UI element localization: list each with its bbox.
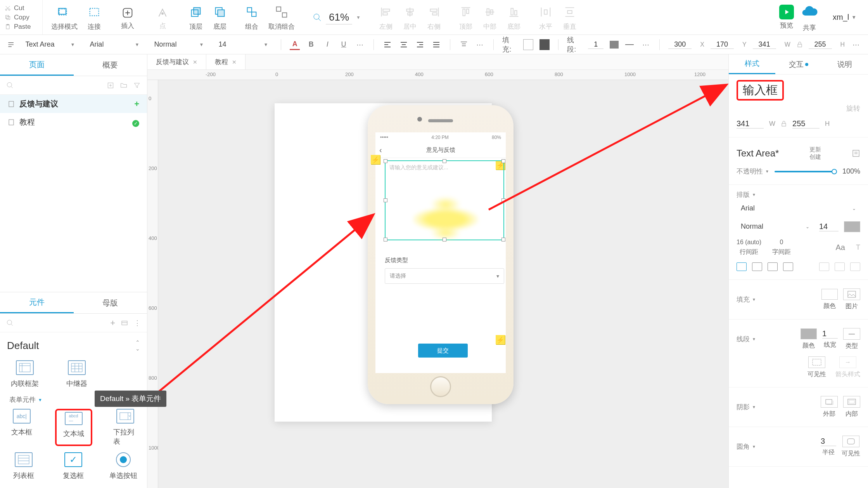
stroke-type-button[interactable]: — [843,328,860,340]
widget-checkbox[interactable]: ✓复选框 [59,452,88,480]
search-icon[interactable] [6,82,14,89]
stroke-color-swatch[interactable] [801,328,817,339]
library-select[interactable]: Default⌃⌄ [7,337,140,357]
paste-button[interactable]: Paste [5,23,42,31]
doc-tab-tutorial[interactable]: 教程✕ [206,54,246,69]
stroke-color-swatch[interactable] [610,41,618,49]
stroke-visibility[interactable] [808,356,825,368]
italic-button[interactable]: I [322,39,332,50]
style-manage-icon[interactable] [852,149,860,158]
submit-button[interactable]: 提交 [418,344,468,358]
shadow-outer[interactable] [821,396,838,408]
widget-name-input[interactable]: 输入框 [742,82,778,98]
fill-none-swatch[interactable] [523,39,533,50]
widget-textarea[interactable]: abcd―文本域 [58,412,89,438]
connect-button[interactable]: 连接 [87,3,102,31]
lib-manage-icon[interactable] [121,319,128,327]
tab-widgets[interactable]: 元件 [0,292,74,313]
bring-front-button[interactable]: 顶层 [188,3,203,31]
valign-top[interactable] [459,39,469,50]
design-canvas[interactable]: •••••4:20 PM80% ‹ 意见与反馈 ⚡ ⚡ 请输入您的意见或建议..… [158,80,728,488]
zoom-control[interactable]: 61% ▼ [303,0,370,35]
text-align-right[interactable] [768,262,778,271]
cut-button[interactable]: Cut [5,4,42,12]
selected-textarea[interactable]: 请输入您的意见或建议... [385,160,504,240]
preview-button[interactable]: 预览 [779,5,794,30]
fill-dark-swatch[interactable] [539,39,550,50]
update-style-button[interactable]: 更新 [809,146,821,153]
widget-iframe[interactable]: 内联框架 [9,360,40,388]
page-item-tutorial[interactable]: 教程 ✓ [0,113,147,131]
pos-x-input[interactable] [668,40,692,49]
size-more[interactable]: ⋯ [851,39,861,50]
size-w-input[interactable] [753,40,776,49]
tab-interact[interactable]: 交互 [775,54,822,74]
height-input[interactable] [792,119,820,129]
widget-repeater[interactable]: 中继器 [61,360,92,388]
align-left-text[interactable] [382,39,393,50]
create-style-button[interactable]: 创建 [809,153,821,161]
stroke-width-input[interactable] [822,329,838,339]
add-lib-icon[interactable]: + [110,318,115,328]
text-more-icon[interactable]: T [856,243,860,252]
font-select[interactable]: Arial▼ [85,38,144,50]
add-folder-icon[interactable] [120,82,128,89]
stroke-style[interactable] [625,39,635,50]
pos-y-input[interactable] [711,40,734,49]
lock-icon[interactable] [781,121,787,127]
align-center-text[interactable] [399,39,409,50]
line-height-value[interactable]: 16 (auto) [737,239,761,246]
filter-icon[interactable] [133,82,141,89]
underline-button[interactable]: U [339,39,349,50]
text-case-icon[interactable]: Aa [836,243,845,252]
tab-note[interactable]: 说明 [821,54,868,74]
letter-spacing-value[interactable]: 0 [780,239,783,246]
tab-style[interactable]: 样式 [729,54,775,74]
opacity-slider[interactable] [775,171,837,172]
user-menu[interactable]: xm_l▼ [833,13,856,22]
panel-weight-select[interactable]: Normal⌄ [737,221,814,233]
insert-button[interactable]: 插入 [110,0,145,35]
radius-input[interactable] [821,437,836,446]
tab-pages[interactable]: 页面 [0,54,74,76]
share-button[interactable]: 共享 [801,3,818,32]
fill-image-button[interactable] [843,288,860,300]
shape-type-select[interactable]: Text Area▼ [21,38,79,50]
feedback-dropdown[interactable]: 请选择▾ [385,268,504,284]
panel-font-select[interactable]: Arial⌄ [737,202,860,214]
back-icon[interactable]: ‹ [379,146,382,155]
stroke-more[interactable]: ⋯ [641,39,651,50]
widget-dropdown[interactable]: 下拉列表 [113,409,138,446]
width-input[interactable] [737,119,764,129]
close-icon[interactable]: ✕ [232,59,237,65]
size-h-input[interactable] [809,40,832,49]
select-mode-button[interactable]: 选择模式 [51,3,78,31]
align-right-text[interactable] [415,39,425,50]
send-back-button[interactable]: 底层 [213,3,227,31]
panel-size-input[interactable] [819,222,839,231]
align-justify-text[interactable] [431,39,441,50]
copy-button[interactable]: Copy [5,14,42,21]
widget-textfield[interactable]: abc|文本框 [9,409,34,446]
weight-select[interactable]: Normal▼ [150,38,208,50]
widget-listbox[interactable]: 列表框 [9,452,38,480]
shadow-inner[interactable] [843,396,860,408]
stroke-width-input[interactable] [588,40,603,49]
close-icon[interactable]: ✕ [193,59,197,65]
text-align-center[interactable] [752,262,762,271]
text-color-swatch[interactable] [844,221,860,232]
valign-more[interactable]: ⋯ [475,39,485,50]
font-size-select[interactable]: 14▼ [214,38,272,50]
typography-section[interactable]: 排版▼ [737,190,860,199]
fill-color-swatch[interactable] [821,289,838,300]
more-text-button[interactable]: ⋯ [355,39,365,50]
page-item-feedback[interactable]: 反馈与建议 + [0,95,147,113]
lib-menu-icon[interactable]: ⋮ [134,319,141,327]
paragraph-icon[interactable] [7,40,15,49]
group-button[interactable]: 组合 [244,3,259,31]
text-align-justify[interactable] [783,262,793,271]
add-page-icon[interactable] [107,82,114,89]
search-icon[interactable] [6,319,14,327]
bold-button[interactable]: B [306,39,316,50]
widget-radio[interactable]: 单选按钮 [109,452,138,480]
